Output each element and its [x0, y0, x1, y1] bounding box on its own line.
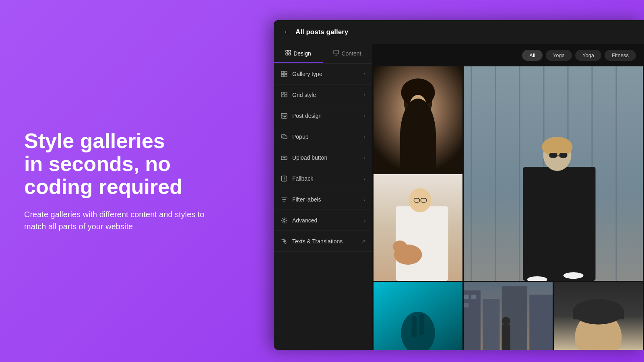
svg-rect-16	[283, 136, 287, 139]
back-button[interactable]: ←	[283, 28, 291, 36]
svg-rect-10	[284, 92, 287, 94]
svg-rect-58	[483, 299, 500, 350]
gallery-type-icon	[280, 70, 288, 78]
svg-rect-37	[616, 66, 617, 281]
svg-point-14	[282, 116, 283, 117]
menu-item-texts-translations[interactable]: Texts & Translations ↗	[274, 231, 372, 252]
svg-point-26	[416, 80, 426, 90]
svg-rect-27	[404, 115, 432, 173]
filter-labels-label: Filter labels	[292, 196, 364, 203]
filter-all-button[interactable]: All	[522, 50, 542, 61]
hero-heading: Style galleries in seconds, no coding re…	[24, 130, 209, 199]
filter-bar: All Yoga Yoga Fitness	[372, 44, 644, 66]
fallback-arrow: ›	[364, 176, 365, 181]
svg-rect-38	[523, 167, 596, 281]
menu-item-post-design[interactable]: Post design ›	[274, 105, 372, 126]
svg-rect-60	[529, 295, 553, 350]
svg-point-19	[283, 219, 285, 221]
filter-labels-icon	[280, 195, 288, 204]
svg-rect-6	[285, 71, 287, 74]
sidebar: Design Content	[274, 44, 372, 350]
tab-design[interactable]: Design	[274, 44, 323, 63]
filter-yoga2-button[interactable]: Yoga	[575, 50, 601, 61]
svg-rect-1	[289, 50, 291, 52]
svg-rect-64	[502, 325, 510, 350]
svg-point-44	[564, 272, 584, 279]
post-design-icon	[280, 112, 288, 120]
post-design-arrow: ›	[364, 113, 365, 119]
popup-icon	[280, 133, 288, 141]
fallback-icon	[280, 175, 288, 183]
menu-item-fallback[interactable]: Fallback ›	[274, 168, 372, 189]
svg-point-40	[542, 137, 573, 157]
menu-item-grid-style[interactable]: Grid style ›	[274, 84, 372, 105]
filter-labels-arrow: ›	[364, 197, 365, 202]
tab-design-label: Design	[293, 50, 311, 57]
tab-content[interactable]: Content	[323, 44, 372, 63]
tab-bar: Design Content	[274, 44, 372, 64]
menu-item-popup[interactable]: Popup ›	[274, 126, 372, 147]
svg-rect-61	[464, 295, 469, 299]
menu-item-filter-labels[interactable]: Filter labels ›	[274, 189, 372, 210]
svg-rect-32	[495, 66, 496, 281]
gallery-image-6[interactable]	[554, 282, 643, 350]
app-title: All posts gallery	[295, 28, 348, 36]
external-link-icon: ↗	[361, 238, 365, 244]
upload-button-icon	[280, 154, 288, 162]
fallback-label: Fallback	[292, 175, 364, 182]
svg-rect-69	[573, 311, 624, 319]
app-window: ← All posts gallery Design	[274, 20, 644, 350]
svg-rect-62	[471, 295, 477, 299]
advanced-label: Advanced	[292, 217, 364, 224]
gallery-image-2[interactable]	[464, 66, 643, 281]
svg-rect-57	[464, 290, 481, 350]
upload-button-label: Upload button	[292, 154, 364, 161]
svg-rect-9	[281, 92, 283, 94]
svg-rect-31	[471, 66, 472, 281]
photo-grid	[372, 66, 644, 350]
gallery-image-5[interactable]	[464, 282, 553, 350]
menu-item-upload-button[interactable]: Upload button ›	[274, 147, 372, 168]
advanced-arrow: ›	[364, 218, 365, 223]
tab-content-label: Content	[341, 50, 361, 57]
gallery-type-label: Gallery type	[292, 71, 364, 77]
main-layout: Design Content	[274, 44, 644, 350]
popup-arrow: ›	[364, 134, 365, 140]
grid-style-label: Grid style	[292, 92, 364, 98]
hero-section: Style galleries in seconds, no coding re…	[24, 130, 209, 232]
post-design-label: Post design	[292, 113, 364, 119]
filter-fitness-button[interactable]: Fitness	[605, 50, 636, 61]
texts-translations-label: Texts & Translations	[292, 238, 361, 245]
grid-style-icon	[280, 91, 288, 99]
svg-rect-42	[559, 153, 568, 158]
svg-point-47	[409, 188, 431, 212]
svg-rect-5	[281, 71, 284, 74]
menu-item-advanced[interactable]: Advanced ›	[274, 210, 372, 231]
gallery-image-4[interactable]	[374, 282, 462, 350]
svg-rect-8	[285, 74, 287, 77]
hero-subtext: Create galleries with different content …	[24, 208, 209, 232]
svg-rect-41	[549, 153, 557, 158]
upload-button-arrow: ›	[364, 155, 365, 160]
gallery-area: All Yoga Yoga Fitness	[372, 44, 644, 350]
grid-style-arrow: ›	[364, 92, 365, 98]
gallery-type-arrow: ›	[364, 71, 365, 77]
svg-rect-33	[519, 66, 520, 281]
svg-rect-2	[286, 53, 288, 55]
gallery-image-1[interactable]	[374, 66, 462, 173]
svg-rect-4	[334, 50, 339, 54]
filter-yoga1-button[interactable]: Yoga	[546, 50, 572, 61]
svg-rect-54	[412, 316, 417, 337]
svg-rect-63	[464, 303, 469, 308]
title-bar: ← All posts gallery	[274, 20, 644, 44]
design-tab-icon	[285, 50, 291, 57]
svg-rect-12	[285, 95, 287, 97]
gallery-image-3[interactable]	[374, 174, 462, 281]
svg-rect-7	[281, 74, 284, 77]
content-tab-icon	[333, 50, 339, 57]
svg-rect-11	[281, 95, 284, 97]
svg-rect-3	[289, 53, 291, 55]
svg-point-28	[410, 95, 426, 114]
menu-item-gallery-type[interactable]: Gallery type ›	[274, 64, 372, 84]
svg-point-65	[502, 317, 510, 325]
